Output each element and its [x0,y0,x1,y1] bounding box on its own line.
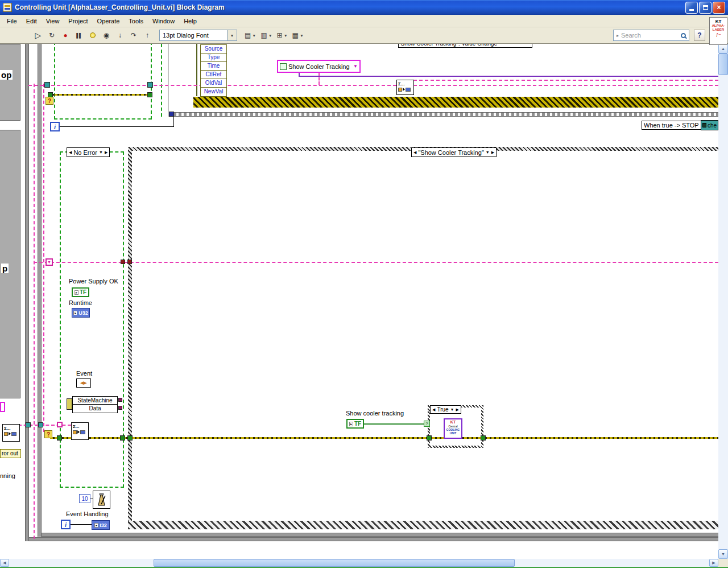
vertical-scroll-thumb[interactable] [718,53,728,75]
case-dropdown-icon[interactable]: ▼ [486,150,490,154]
logo-laser: LASER [710,28,727,32]
power-supply-tf-terminal[interactable]: ▸ TF [72,287,89,297]
scroll-right-button[interactable]: ▶ [709,559,718,567]
cluster-cell-icon [73,430,77,434]
cooler-ref-label: Show Cooler Tracking [288,63,350,70]
step-into-button[interactable]: ↓ [114,29,126,42]
logo-squiggle: ƒ~ [710,32,727,37]
minimize-button[interactable] [685,2,698,14]
vertical-scrollbar[interactable]: ▲ ▼ [718,44,728,559]
horizontal-scroll-thumb[interactable] [154,559,515,567]
tunnel [26,422,31,427]
tunnel [120,435,125,441]
kt-line4: UNIT [445,431,461,435]
statemachine-unbundle-node[interactable]: StateMachine Data [72,396,118,413]
horizontal-scrollbar[interactable]: ◀ ▶ [0,559,718,567]
scroll-up-button[interactable]: ▲ [718,44,728,53]
restore-icon [703,5,708,10]
menu-project[interactable]: Project [64,16,92,26]
power-supply-label: Power Supply OK [69,278,118,285]
terminal-arrow-icon: ▸ [73,311,77,315]
run-continuous-button[interactable]: ↻ [46,29,58,42]
search-caret-icon: ▸ [617,33,619,38]
run-button[interactable]: ▷ [32,29,44,42]
close-button[interactable]: × [713,2,725,14]
iteration-terminal-top[interactable]: i [50,122,60,131]
refnum-wire-long [34,262,718,263]
case-next-icon[interactable]: ▶ [105,150,107,155]
case-next-icon[interactable]: ▶ [456,408,459,412]
run-icon: ▷ [35,31,42,40]
cluster-cell-icon [4,432,8,436]
case-prev-icon[interactable]: ◀ [432,408,435,412]
search-input[interactable]: ▸ Search [613,30,689,41]
show-cooler-tracking-label: Show cooler tracking [346,410,404,417]
wait-ms-constant[interactable]: 10 [79,494,90,503]
chevron-down-icon: ▼ [252,34,256,38]
refnum-wire-out-2 [413,85,718,86]
distribute-icon: ▥ [260,31,267,39]
help-button[interactable]: ? [694,30,705,41]
font-dropdown-button[interactable]: ▼ [228,30,237,41]
step-out-button[interactable]: ↑ [141,29,154,42]
sigma-function-node-left[interactable]: Σ... [2,424,20,442]
reorder-objects-button[interactable]: ▦▼ [291,29,305,42]
sigma-function-node-top[interactable]: Σ... [396,80,414,95]
menu-window[interactable]: Window [148,16,179,26]
no-error-case-selector[interactable]: ◀ No Error ▼ ▶ [67,147,110,157]
event-handling-i32-terminal[interactable]: ▸ I32 [92,520,110,530]
runtime-u32-terminal[interactable]: ▸ U32 [72,308,90,318]
scroll-down-button[interactable]: ▼ [718,549,728,559]
font-selector[interactable]: 13pt Dialog Font ▼ [159,30,237,41]
distribute-objects-button[interactable]: ▥▼ [259,29,274,42]
tf-glyph: TF [354,421,361,427]
step-over-icon: ↷ [131,31,136,39]
inner-loop-border-bottom [42,533,718,537]
step-into-icon: ↓ [118,31,122,39]
tunnel [44,82,50,88]
retain-wire-values-button[interactable]: ◉ [100,29,113,42]
highlight-execution-button[interactable] [86,29,99,42]
align-objects-button[interactable]: ▤▼ [243,29,258,42]
iteration-terminal-bottom[interactable]: i [61,520,71,529]
scroll-left-button[interactable]: ◀ [0,559,9,567]
event-case-selector[interactable]: ◀ "Show Cooler Tracking" ▼ ▶ [411,147,497,157]
error-wire-main [50,437,718,439]
event-data-node[interactable]: Source Type Time CtlRef OldVal NewVal [200,44,227,97]
menu-help[interactable]: Help [179,16,201,26]
step-out-icon: ↑ [146,31,149,39]
menu-view[interactable]: View [42,16,64,26]
event-refnum-terminal[interactable]: ◀▶ [76,378,91,388]
true-case-selector[interactable]: ◀ True ▼ ▶ [430,405,461,414]
abort-button[interactable]: ● [59,29,72,42]
case-selector-tunnel-icon: ? [44,430,52,438]
wait-ms-function[interactable] [93,491,110,509]
home-icon [702,123,706,127]
sigma-function-node-case[interactable]: Σ... [71,422,89,440]
tunnel [147,82,153,88]
show-cooler-tracking-tf-terminal[interactable]: ▸ TF [346,419,364,429]
case-next-icon[interactable]: ▶ [491,150,494,155]
pause-icon: ▌▌ [76,33,81,38]
step-over-button[interactable]: ↷ [127,29,140,42]
menu-file[interactable]: File [2,16,22,26]
labview-vi-icon [3,3,12,12]
block-diagram-canvas[interactable]: op p ? i Source Type Time CtlRef OldVal … [0,44,718,559]
cooler-tracking-control-reference[interactable]: Show Cooler Tracking ▼ [277,60,361,73]
pause-button[interactable]: ▌▌ [73,29,85,42]
chevron-down-icon: ▼ [268,34,272,38]
event-data-source: Source [201,45,226,53]
menu-edit[interactable]: Edit [22,16,42,26]
menu-tools[interactable]: Tools [124,16,148,26]
restore-button[interactable] [699,2,712,14]
case-prev-icon[interactable]: ◀ [413,150,416,155]
case-dropdown-icon[interactable]: ▼ [99,150,103,154]
case-prev-icon[interactable]: ◀ [69,150,72,155]
menu-operate[interactable]: Operate [93,16,125,26]
kt-central-cooling-unit-subvi[interactable]: KT Central COOLING UNIT [444,418,462,439]
outer-loop-border-left [25,44,29,541]
resize-objects-button[interactable]: ⊞▼ [275,29,289,42]
clipped-label-op: op [0,70,13,80]
tunnel [121,260,125,264]
case-dropdown-icon[interactable]: ▼ [450,408,454,411]
